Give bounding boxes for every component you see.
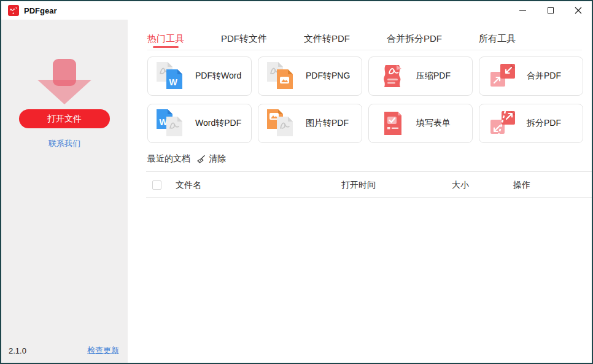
tool-label: 图片转PDF <box>306 118 349 129</box>
pdf-to-word-icon: W <box>156 61 189 91</box>
tool-card-split-pdf[interactable]: 拆分PDF <box>479 104 583 143</box>
tool-card-compress-pdf[interactable]: 压缩PDF <box>368 56 473 96</box>
column-action: 操作 <box>513 180 530 191</box>
fill-form-icon <box>377 109 410 138</box>
tool-card-image-to-pdf[interactable]: 图片转PDF <box>258 104 362 143</box>
column-open-time: 打开时间 <box>341 180 376 191</box>
merge-pdf-icon <box>487 61 521 91</box>
minimize-icon <box>519 10 526 11</box>
titlebar: PDFgear <box>1 1 592 20</box>
close-icon <box>575 7 582 14</box>
split-pdf-icon <box>487 109 521 138</box>
clear-label: 清除 <box>209 153 226 165</box>
tab-all-tools[interactable]: 所有工具 <box>479 28 516 50</box>
app-title: PDFgear <box>24 6 56 15</box>
maximize-button[interactable] <box>537 1 564 20</box>
column-filename: 文件名 <box>176 180 201 191</box>
tab-hot-tools[interactable]: 热门工具 <box>147 28 184 50</box>
tool-card-word-to-pdf[interactable]: W Word转PDF <box>147 104 252 143</box>
tool-card-pdf-to-png[interactable]: PDF转PNG <box>258 56 362 96</box>
word-to-pdf-icon: W <box>156 109 189 138</box>
recent-files-table-header: 文件名 打开时间 大小 操作 <box>146 171 592 198</box>
sidebar-bottom: 2.1.0 检查更新 <box>9 345 119 356</box>
close-button[interactable] <box>564 1 592 20</box>
main-panel: 热门工具 PDF转文件 文件转PDF 合并拆分PDF 所有工具 W PDF转Wo… <box>128 20 592 363</box>
select-all-checkbox[interactable] <box>152 180 161 190</box>
tool-card-fill-form[interactable]: 填写表单 <box>368 104 473 143</box>
sidebar: 打开文件 联系我们 2.1.0 检查更新 <box>1 20 128 363</box>
window-controls <box>509 1 592 20</box>
tool-card-pdf-to-word[interactable]: W PDF转Word <box>147 56 252 96</box>
contact-us-link[interactable]: 联系我们 <box>1 138 128 149</box>
tool-card-merge-pdf[interactable]: 合并PDF <box>479 56 583 96</box>
tool-label: Word转PDF <box>195 118 241 129</box>
tool-label: 填写表单 <box>416 118 451 129</box>
tool-label: 压缩PDF <box>416 71 451 82</box>
column-size: 大小 <box>452 180 469 191</box>
tool-label: PDF转PNG <box>306 71 350 82</box>
tool-tabs: 热门工具 PDF转文件 文件转PDF 合并拆分PDF 所有工具 <box>147 28 582 50</box>
minimize-button[interactable] <box>509 1 537 20</box>
open-file-button[interactable]: 打开文件 <box>19 109 110 128</box>
tab-file-to-pdf[interactable]: 文件转PDF <box>304 28 350 50</box>
tool-label: 拆分PDF <box>527 118 561 129</box>
tool-label: PDF转Word <box>195 71 241 82</box>
recent-documents-bar: 最近的文档 清除 <box>147 153 226 165</box>
check-update-link[interactable]: 检查更新 <box>87 345 119 356</box>
tab-merge-split-pdf[interactable]: 合并拆分PDF <box>387 28 442 50</box>
image-to-pdf-icon <box>266 109 300 138</box>
app-logo-icon <box>8 5 19 16</box>
clear-recent-button[interactable]: 清除 <box>196 153 226 165</box>
maximize-icon <box>548 7 554 14</box>
open-file-arrow-icon <box>34 58 95 106</box>
tool-label: 合并PDF <box>527 71 561 82</box>
broom-icon <box>196 155 206 164</box>
recent-documents-title: 最近的文档 <box>147 153 190 165</box>
svg-text:W: W <box>169 77 177 87</box>
tab-pdf-to-file[interactable]: PDF转文件 <box>221 28 267 50</box>
tool-cards: W PDF转Word PDF转PNG <box>147 56 583 143</box>
compress-pdf-icon <box>377 61 410 91</box>
pdf-to-png-icon <box>266 61 300 91</box>
version-label: 2.1.0 <box>9 346 26 355</box>
